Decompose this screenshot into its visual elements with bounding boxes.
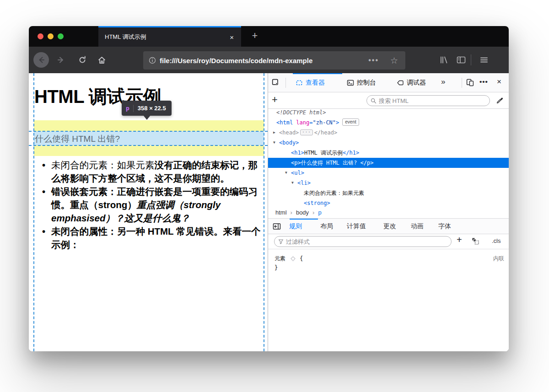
home-icon <box>97 56 106 64</box>
toggle-classes-button[interactable]: .cls <box>492 237 501 244</box>
rule-selector[interactable]: 元素 <box>274 254 285 263</box>
eyedropper-button[interactable] <box>496 97 504 104</box>
bookmark-star-icon[interactable]: ☆ <box>390 55 398 66</box>
devtools-close-button[interactable]: × <box>497 77 501 86</box>
markup-row[interactable]: 未闭合的元素：如果元素 <box>268 188 509 198</box>
markup-row[interactable]: <!DOCTYPE html> <box>268 109 509 118</box>
tab-inspector[interactable]: 查看器 <box>296 73 325 92</box>
pseudo-class-button[interactable] <box>472 238 479 245</box>
page-bullet-list: 未闭合的元素：如果元素没有正确的结束标记，那么将影响下方整个区域，这不是你期望的… <box>51 158 265 251</box>
markup-row[interactable]: <html lang="zh-CN">event <box>268 118 509 128</box>
sidebar-button[interactable] <box>453 52 469 68</box>
tab-close-icon[interactable]: × <box>230 33 234 41</box>
tooltip-arrow <box>143 115 151 120</box>
markup-token-muted: </head> <box>314 129 338 136</box>
markup-row[interactable]: ▼<ul> <box>268 168 509 178</box>
tab-debugger[interactable]: 调试器 <box>397 73 426 92</box>
markup-row[interactable]: ▼<body> <box>268 138 509 148</box>
tab-label: 控制台 <box>357 79 376 87</box>
sidebar-tab-animations[interactable]: 动画 <box>411 222 424 231</box>
markup-view: <!DOCTYPE html><html lang="zh-CN">event▶… <box>268 109 509 206</box>
tab-console[interactable]: 控制台 <box>347 73 376 92</box>
sidebar-tab-changes[interactable]: 更改 <box>383 222 396 231</box>
collapse-arrow-icon[interactable]: ▼ <box>291 178 294 188</box>
url-fade-overlay <box>322 51 358 70</box>
markup-token-tag: <html <box>276 119 296 126</box>
browser-window: HTML 调试示例 × + file:///Users/roy/Document… <box>29 26 509 351</box>
url-bar[interactable]: file:///Users/roy/Documents/code/mdn-exa… <box>143 51 405 70</box>
sidebar-tab-layout[interactable]: 布局 <box>320 222 333 231</box>
menu-button[interactable] <box>476 52 492 68</box>
window-controls <box>38 33 64 39</box>
back-button[interactable] <box>33 52 49 68</box>
library-button[interactable] <box>436 52 452 68</box>
breadcrumb-item-body[interactable]: body <box>296 209 309 216</box>
forward-arrow-icon <box>57 56 65 64</box>
close-window-button[interactable] <box>38 33 43 39</box>
margin-highlight-bottom <box>34 145 264 156</box>
breadcrumb-item-p[interactable]: p <box>318 209 321 216</box>
browser-tab[interactable]: HTML 调试示例 × <box>98 26 241 47</box>
expand-arrow-icon[interactable]: ▶ <box>273 128 275 138</box>
markup-search-row: + <box>268 92 509 109</box>
back-arrow-icon <box>37 56 45 64</box>
filter-styles-box[interactable] <box>274 236 452 247</box>
rule-close-brace: } <box>274 263 504 272</box>
element-size-tooltip: p 358 × 22.5 <box>122 101 172 116</box>
content-area: HTML 调试示例 什么使得 HTML 出错? 未闭合的元素：如果元素没有正确的… <box>29 73 509 351</box>
toolbar-separator <box>462 78 462 88</box>
search-icon <box>371 98 377 104</box>
tab-title: HTML 调试示例 <box>105 33 146 41</box>
devtools-toolbar: 查看器 控制台 调试器 » ••• × <box>268 73 509 92</box>
inspector-icon <box>296 79 303 86</box>
markup-row-selected[interactable]: <p>什么使得 HTML 出错? </p> <box>268 158 509 168</box>
page-info-icon[interactable] <box>149 57 156 64</box>
markup-token-tag: <body> <box>279 140 299 146</box>
reload-button[interactable] <box>75 52 90 68</box>
sidebar-tab-rules[interactable]: 规则 <box>289 222 302 231</box>
search-input[interactable] <box>379 97 490 104</box>
pick-element-button[interactable] <box>272 79 280 87</box>
collapse-arrow-icon[interactable]: ▼ <box>273 138 275 148</box>
eyedropper-icon <box>496 97 504 104</box>
filter-styles-input[interactable] <box>286 238 451 245</box>
sidebar-tabs: 规则 布局 计算值 更改 动画 字体 <box>268 219 509 234</box>
zoom-window-button[interactable] <box>58 33 64 39</box>
rules-view: 元素 { 内联 } <box>268 249 509 351</box>
tooltip-tag-name: p <box>126 105 129 112</box>
responsive-mode-button[interactable] <box>466 79 474 86</box>
home-button[interactable] <box>94 52 109 68</box>
new-tab-button[interactable]: + <box>248 29 262 43</box>
page-actions-icon[interactable]: ••• <box>368 56 379 64</box>
markup-token-text: 什么使得 HTML 出错? <box>301 160 361 166</box>
markup-row[interactable]: <h1>HTML 调试示例</h1> <box>268 148 509 158</box>
devtools-menu-button[interactable]: ••• <box>479 78 488 86</box>
markup-token-val: "zh-CN" <box>313 119 336 126</box>
create-node-button[interactable]: + <box>272 94 278 106</box>
rule-open-brace: { <box>300 254 303 263</box>
markup-token-attr: lang <box>296 119 309 126</box>
markup-token-tag: <li> <box>297 180 311 186</box>
markup-row[interactable]: ▼<li> <box>268 178 509 188</box>
navigation-toolbar: file:///Users/roy/Documents/code/mdn-exa… <box>29 47 509 73</box>
forward-button[interactable] <box>53 52 69 68</box>
minimize-window-button[interactable] <box>48 33 54 39</box>
breadcrumb-item-html[interactable]: html <box>275 209 287 216</box>
more-tools-button[interactable]: » <box>441 77 445 86</box>
sidebar-tab-fonts[interactable]: 字体 <box>438 222 451 231</box>
add-rule-button[interactable]: + <box>457 235 462 245</box>
tooltip-separator <box>133 105 134 112</box>
collapse-arrow-icon[interactable]: ▼ <box>285 168 287 178</box>
debugger-icon <box>397 79 404 86</box>
highlighted-paragraph: 什么使得 HTML 出错? <box>35 133 120 145</box>
list-item: 错误嵌套元素：正确进行嵌套是一项重要的编码习惯。重点（strong）重点强调（s… <box>51 185 265 225</box>
breadcrumb-separator-icon: › <box>291 209 292 216</box>
markup-token-tag: </h1> <box>343 150 359 156</box>
markup-row[interactable]: ▶<head>···</head> <box>268 128 509 138</box>
selector-highlighter-icon[interactable] <box>290 256 296 262</box>
markup-row[interactable]: <strong> <box>268 198 509 206</box>
collapse-sidebar-button[interactable] <box>273 223 281 230</box>
filter-funnel-icon <box>278 239 284 244</box>
html-search-box[interactable] <box>366 95 490 106</box>
sidebar-tab-computed[interactable]: 计算值 <box>347 222 366 231</box>
